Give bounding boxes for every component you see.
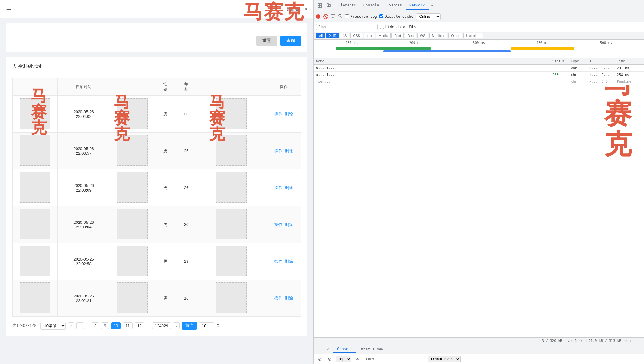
- row1-type: xhr: [571, 66, 589, 70]
- reset-button[interactable]: 重置: [256, 36, 277, 46]
- delete-btn-5[interactable]: 删除: [285, 296, 293, 300]
- search-icon[interactable]: [338, 14, 343, 19]
- page-btn-12[interactable]: 12: [135, 322, 144, 329]
- timeline-500ms: 500 ms: [574, 41, 638, 45]
- page-btn-8[interactable]: 8: [92, 322, 99, 329]
- row1-status: 200: [552, 66, 571, 70]
- next-page-btn[interactable]: ›: [173, 322, 179, 329]
- filter-ws[interactable]: WS: [417, 33, 428, 38]
- tab-console[interactable]: Console: [360, 1, 383, 10]
- inspect-icon[interactable]: [316, 2, 324, 9]
- page-btn-10[interactable]: 10: [111, 322, 121, 329]
- console-block-btn[interactable]: ⊘: [326, 355, 333, 363]
- action-cell-5: 操作 删除: [266, 280, 301, 317]
- console-clear-btn[interactable]: ⊘: [316, 355, 324, 363]
- network-row-3[interactable]: (pen... xhr x... 0 B Pending: [314, 78, 644, 85]
- age-cell-3: 30: [176, 206, 197, 243]
- filter-input[interactable]: [316, 24, 378, 30]
- action-btn-5[interactable]: 操作: [274, 296, 282, 300]
- filter-icon[interactable]: [330, 14, 335, 19]
- tab-more[interactable]: »: [429, 2, 436, 10]
- action-btn-1[interactable]: 操作: [274, 149, 282, 153]
- preserve-log-checkbox[interactable]: Preserve log: [345, 14, 377, 19]
- row2-status: 200: [552, 73, 571, 77]
- network-toolbar: 🚫 Preserve log Disable cache Online Fast…: [314, 11, 644, 22]
- timeline-400ms: 400 ms: [511, 41, 574, 45]
- bottom-block-icon[interactable]: ⊘: [325, 346, 332, 353]
- col-face2: [110, 78, 155, 96]
- query-button[interactable]: 查询: [280, 36, 301, 46]
- face-img-cell3-3: [197, 206, 266, 243]
- disable-cache-checkbox[interactable]: Disable cache: [379, 14, 414, 19]
- svg-rect-2: [318, 6, 320, 7]
- delete-btn-4[interactable]: 删除: [285, 259, 293, 264]
- context-select[interactable]: top: [336, 356, 351, 362]
- goto-btn[interactable]: 前往: [182, 322, 197, 330]
- delete-btn-1[interactable]: 删除: [285, 149, 293, 153]
- console-filter-input[interactable]: [364, 356, 425, 362]
- clear-button[interactable]: 🚫: [323, 14, 328, 19]
- pagination-total: 共1240281条: [12, 323, 36, 328]
- age-cell-1: 25: [176, 133, 197, 169]
- console-toolbar: ⊘ ⊘ top 👁 Default levels Verbose Info Wa…: [314, 354, 644, 364]
- goto-input[interactable]: [199, 322, 214, 329]
- record-table: 抓拍时间 性别 年龄 操作 2020-05-26 22:04:02: [12, 78, 301, 317]
- filter-all[interactable]: All: [316, 33, 325, 38]
- face-img-cell2-3: [110, 206, 155, 243]
- record-button[interactable]: [316, 14, 320, 19]
- network-row-1[interactable]: x... 1... 200 xhr x... 1... 231 ms: [314, 65, 644, 72]
- action-btn-4[interactable]: 操作: [274, 259, 282, 264]
- delete-btn-3[interactable]: 删除: [285, 222, 293, 227]
- bottom-dots-icon[interactable]: ⋮: [316, 346, 324, 353]
- page-size-select[interactable]: 10条/页 20条/页 50条/页: [40, 322, 66, 330]
- page-btn-9[interactable]: 9: [101, 322, 109, 329]
- header-watermark: 马赛克: [243, 0, 304, 25]
- network-row-2[interactable]: x... 1... 200 xhr x... 1... 258 ms: [314, 72, 644, 78]
- filter-js[interactable]: JS: [340, 33, 349, 38]
- timeline-200ms: 200 ms: [383, 41, 447, 45]
- row2-name: x... 1...: [316, 73, 552, 77]
- tab-whats-new[interactable]: What's New: [358, 346, 387, 353]
- filter-manifest[interactable]: Manifest: [429, 33, 448, 38]
- row2-initiator: x...: [589, 73, 602, 77]
- page-btn-1[interactable]: 1: [76, 322, 84, 329]
- action-btn-2[interactable]: 操作: [274, 185, 282, 190]
- page-btn-11[interactable]: 11: [123, 322, 132, 329]
- level-select[interactable]: Default levels Verbose Info Warnings Err…: [428, 356, 461, 362]
- tab-console-bottom[interactable]: Console: [333, 346, 356, 353]
- tab-elements[interactable]: Elements: [335, 1, 360, 10]
- filter-img[interactable]: Img: [364, 33, 375, 38]
- gender-cell-1: 男: [155, 133, 176, 169]
- timeline-labels: 100 ms 200 ms 300 ms 400 ms 500 ms: [314, 40, 644, 46]
- row3-status: [552, 79, 571, 83]
- face-img-cell2-5: [110, 280, 155, 317]
- filter-font[interactable]: Font: [391, 33, 404, 38]
- prev-page-btn[interactable]: ‹: [68, 322, 74, 329]
- age-cell-0: 33: [176, 96, 197, 133]
- action-btn-0[interactable]: 操作: [274, 112, 282, 116]
- action-btn-3[interactable]: 操作: [274, 222, 282, 227]
- tab-sources[interactable]: Sources: [383, 1, 406, 10]
- eye-icon[interactable]: 👁: [354, 355, 361, 363]
- delete-btn-0[interactable]: 删除: [285, 112, 293, 116]
- hide-data-urls-checkbox[interactable]: Hide data URLs: [380, 25, 416, 29]
- filter-has-blocked[interactable]: Has blo...: [463, 33, 483, 38]
- throttle-select[interactable]: Online Fast 3G Slow 3G: [416, 13, 441, 20]
- filter-doc[interactable]: Doc: [405, 33, 416, 38]
- row2-type: xhr: [571, 73, 589, 77]
- svg-line-7: [341, 17, 342, 18]
- tab-network[interactable]: Network: [406, 1, 429, 10]
- delete-btn-2[interactable]: 删除: [285, 185, 293, 190]
- filter-media[interactable]: Media: [376, 33, 391, 38]
- page-btn-last[interactable]: 124029: [152, 322, 171, 329]
- filter-css[interactable]: CSS: [350, 33, 363, 38]
- col-time: 抓拍时间: [58, 78, 110, 96]
- filter-other[interactable]: Other: [448, 33, 462, 38]
- hamburger-icon[interactable]: ☰: [6, 6, 12, 13]
- timeline-100ms: 100 ms: [320, 41, 383, 45]
- gender-cell-3: 男: [155, 206, 176, 243]
- filter-xhr[interactable]: XHR: [326, 33, 339, 38]
- face-img-cell2-2: [110, 169, 155, 206]
- table-row: 2020-05-26 22:04:02 男 33 操作 删除: [13, 96, 301, 133]
- device-icon[interactable]: [325, 2, 332, 9]
